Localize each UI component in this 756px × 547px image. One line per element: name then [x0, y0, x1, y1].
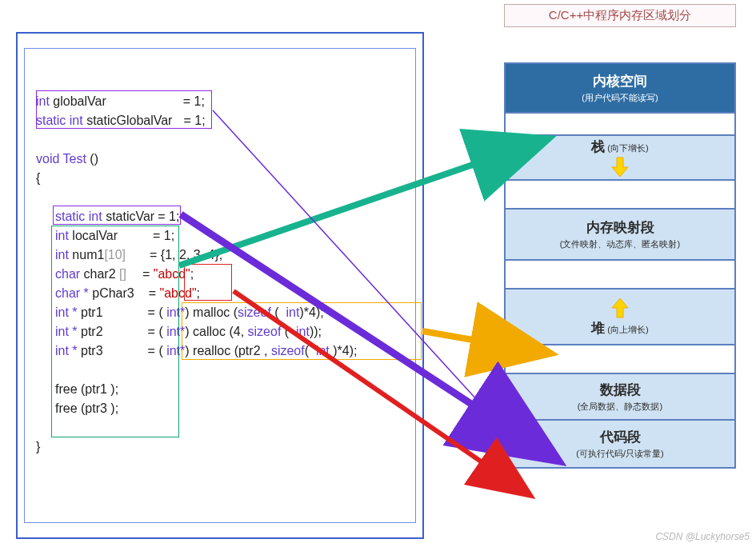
gap: [506, 114, 734, 136]
arrow-down-icon: [610, 156, 630, 178]
fn-test: Test: [63, 152, 86, 166]
arrow-heap: [422, 331, 496, 344]
string-abcd-2: "abcd": [160, 286, 197, 300]
code-block: int globalVar= 1; static int staticGloba…: [36, 92, 357, 457]
region-data: 数据段 (全局数据、静态数据): [506, 374, 734, 421]
region-mmap: 内存映射段 (文件映射、动态库、匿名映射): [506, 210, 734, 261]
arrow-up-icon: [610, 297, 630, 319]
string-abcd-1: "abcd": [154, 267, 190, 281]
watermark: CSDN @Luckyhorse5: [655, 531, 750, 542]
region-code: 代码段 (可执行代码/只读常量): [506, 421, 734, 467]
region-kernel: 内核空间 (用户代码不能读写): [506, 64, 734, 114]
gap: [506, 181, 734, 210]
gap: [506, 345, 734, 374]
gap: [506, 261, 734, 289]
kw-int: int: [36, 94, 50, 108]
diagram-title: C/C++中程序内存区域划分: [504, 4, 736, 27]
region-heap: 堆 (向上增长): [506, 289, 734, 345]
region-stack: 栈 (向下增长): [506, 136, 734, 181]
memory-region-table: 内核空间 (用户代码不能读写) 栈 (向下增长) 内存映射段 (文件映射、动态库…: [504, 62, 736, 469]
